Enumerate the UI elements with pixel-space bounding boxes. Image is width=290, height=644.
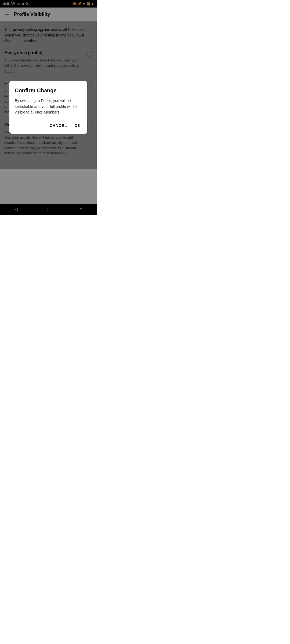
cancel-button[interactable]: CANCEL <box>49 122 68 129</box>
confirm-dialog: Confirm Change By switching to Public, y… <box>9 81 87 134</box>
dialog-body: By switching to Public, you will be sear… <box>15 98 82 115</box>
dialog-title: Confirm Change <box>15 87 82 94</box>
dialog-overlay: Confirm Change By switching to Public, y… <box>0 0 97 215</box>
dialog-actions: CANCEL OK <box>15 122 82 129</box>
ok-button[interactable]: OK <box>74 122 82 129</box>
